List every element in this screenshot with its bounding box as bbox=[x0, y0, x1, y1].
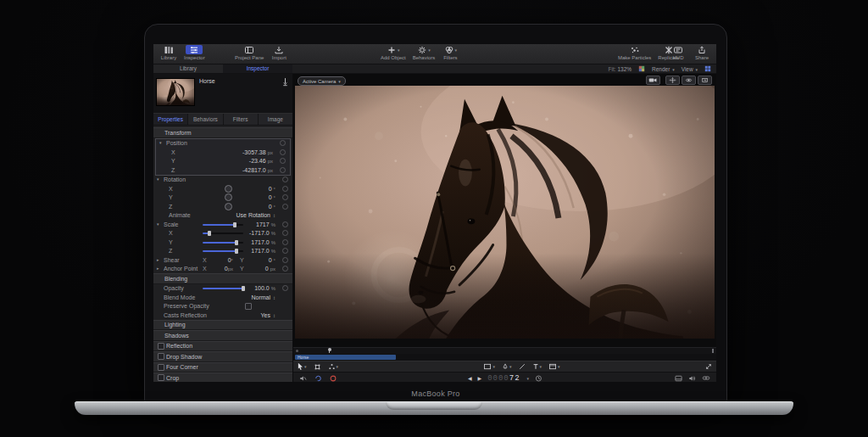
rotation-dial[interactable] bbox=[225, 203, 232, 210]
value-field[interactable]: 0° bbox=[269, 194, 275, 200]
show-timeline-button[interactable] bbox=[675, 375, 682, 382]
panel-tab-library[interactable]: Library bbox=[153, 64, 223, 73]
toolbar-button-inspector[interactable]: Inspector bbox=[184, 45, 205, 60]
mask-tool-button[interactable]: ▾ bbox=[548, 363, 560, 370]
value-field[interactable]: 0° bbox=[269, 204, 275, 210]
slider-thumb[interactable] bbox=[235, 249, 238, 254]
toolbar-button-add-object[interactable]: ▾Add Object bbox=[381, 45, 406, 60]
x-value-field[interactable]: 0° bbox=[209, 257, 233, 263]
inspector-tab-properties[interactable]: Properties bbox=[153, 114, 188, 125]
keyframe-button[interactable] bbox=[282, 186, 288, 192]
pan-tool-button[interactable] bbox=[665, 76, 680, 85]
toolbar-button-project-pane[interactable]: Project Pane bbox=[235, 45, 264, 60]
text-tool-button[interactable]: ▾ bbox=[532, 363, 542, 370]
slider-track[interactable] bbox=[203, 233, 243, 234]
toolbar-button-filters[interactable]: ▾Filters bbox=[442, 45, 459, 60]
timecode-menu-caret[interactable]: ▾ bbox=[527, 376, 530, 381]
value-field[interactable]: 0° bbox=[269, 186, 275, 192]
checkbox-reflection[interactable] bbox=[158, 343, 164, 350]
channels-menu[interactable] bbox=[638, 65, 645, 72]
keyframe-button[interactable] bbox=[282, 257, 288, 263]
camera-menu[interactable]: Active Camera ▾ bbox=[298, 76, 346, 86]
audio-button[interactable] bbox=[688, 375, 696, 382]
keyframe-button[interactable] bbox=[282, 248, 288, 254]
toolbar-button-library[interactable]: Library bbox=[160, 45, 177, 60]
inspector-tab-filters[interactable]: Filters bbox=[224, 114, 259, 125]
y-value-field[interactable]: 0° bbox=[269, 257, 275, 263]
adjust-tool-button[interactable]: ▾ bbox=[328, 363, 339, 371]
popup-control[interactable]: Use Rotation↕ bbox=[236, 212, 275, 218]
value-field[interactable]: -23.46px bbox=[249, 158, 273, 164]
slider-thumb[interactable] bbox=[208, 231, 211, 236]
playhead[interactable] bbox=[329, 349, 330, 353]
loop-button[interactable] bbox=[314, 375, 322, 382]
keyframe-button[interactable] bbox=[280, 149, 286, 155]
value-field[interactable]: -1717.0% bbox=[249, 230, 275, 236]
keyframe-button[interactable] bbox=[282, 194, 288, 200]
slider-thumb[interactable] bbox=[242, 286, 245, 291]
inspector-tab-image[interactable]: Image bbox=[259, 114, 292, 125]
x-value-field[interactable]: 0px bbox=[209, 266, 233, 272]
link-button[interactable] bbox=[702, 375, 710, 381]
popup-control[interactable]: Yes↕ bbox=[261, 312, 275, 318]
layer-thumbnail[interactable] bbox=[157, 79, 194, 105]
toolbar-button-share[interactable]: Share bbox=[693, 45, 710, 60]
disclosure-triangle[interactable]: ▾ bbox=[159, 141, 162, 145]
rotation-dial[interactable] bbox=[225, 185, 232, 193]
keyframe-button[interactable] bbox=[280, 140, 286, 146]
zoom-grid-button[interactable] bbox=[704, 65, 711, 72]
select-tool-button[interactable]: ▾ bbox=[298, 362, 307, 371]
checkbox-crop[interactable] bbox=[158, 374, 164, 381]
value-field[interactable]: 1717.0% bbox=[251, 239, 275, 245]
dolly-tool-button[interactable] bbox=[698, 76, 712, 85]
timeline-clip-horse[interactable]: Horse bbox=[295, 355, 396, 360]
toolbar-button-import[interactable]: Import bbox=[270, 45, 287, 60]
bezier-tool-button[interactable]: ▾ bbox=[502, 363, 512, 371]
orbit-tool-button[interactable] bbox=[682, 76, 696, 85]
popup-control[interactable]: Normal↕ bbox=[251, 294, 275, 300]
rotation-dial[interactable] bbox=[225, 193, 232, 201]
timecode-display[interactable]: 000072 bbox=[487, 374, 520, 383]
slider-track[interactable] bbox=[203, 224, 243, 226]
keyframe-button[interactable] bbox=[280, 158, 286, 164]
line-tool-button[interactable] bbox=[519, 363, 526, 370]
record-button[interactable] bbox=[330, 375, 337, 382]
checkbox-drop-shadow[interactable] bbox=[158, 353, 164, 360]
slider-track[interactable] bbox=[203, 250, 243, 252]
slider-track[interactable] bbox=[203, 288, 243, 289]
value-field[interactable]: 1717% bbox=[256, 221, 275, 227]
slider-thumb[interactable] bbox=[233, 222, 236, 227]
pin-icon[interactable] bbox=[282, 77, 288, 87]
slider-thumb[interactable] bbox=[235, 240, 238, 245]
rectangle-tool-button[interactable]: ▾ bbox=[483, 363, 495, 370]
keyframe-button[interactable] bbox=[282, 204, 288, 210]
disclosure-triangle[interactable]: ▸ bbox=[157, 266, 159, 271]
view-menu[interactable]: View ▾ bbox=[682, 66, 698, 72]
canvas[interactable]: Active Camera ▾ bbox=[293, 74, 716, 347]
previous-frame-button[interactable]: ◀ bbox=[468, 376, 472, 381]
play-button[interactable]: ▶ bbox=[478, 376, 482, 381]
keyframe-button[interactable] bbox=[282, 176, 288, 182]
timeline-ruler[interactable] bbox=[293, 347, 716, 354]
disclosure-triangle[interactable]: ▾ bbox=[157, 177, 159, 182]
render-menu[interactable]: Render ▾ bbox=[652, 66, 675, 72]
toolbar-button-behaviors[interactable]: ▾Behaviors bbox=[413, 45, 436, 60]
value-field[interactable]: -42817.0px bbox=[242, 167, 273, 173]
value-field[interactable]: 100.0% bbox=[254, 285, 275, 291]
keyframe-button[interactable] bbox=[282, 266, 288, 272]
keyframe-button[interactable] bbox=[282, 221, 288, 227]
y-value-field[interactable]: 0px bbox=[265, 266, 275, 272]
value-field[interactable]: 1717.0% bbox=[251, 248, 275, 254]
inspector-tab-behaviors[interactable]: Behaviors bbox=[188, 114, 223, 125]
camera-view-button[interactable] bbox=[646, 76, 660, 85]
keyframe-button[interactable] bbox=[280, 167, 286, 173]
keyframe-button[interactable] bbox=[282, 230, 288, 236]
toolbar-button-make-particles[interactable]: Make Particles bbox=[618, 45, 651, 60]
toolbar-button-hud[interactable]: HUD bbox=[670, 45, 687, 60]
fit-zoom-control[interactable]: Fit: 132% bbox=[609, 66, 632, 72]
keyframe-button[interactable] bbox=[282, 285, 288, 291]
checkbox-preserve-opacity[interactable] bbox=[245, 303, 252, 310]
transform-tool-button[interactable] bbox=[314, 363, 321, 371]
mute-button[interactable] bbox=[299, 375, 307, 382]
slider-track[interactable] bbox=[203, 242, 243, 244]
